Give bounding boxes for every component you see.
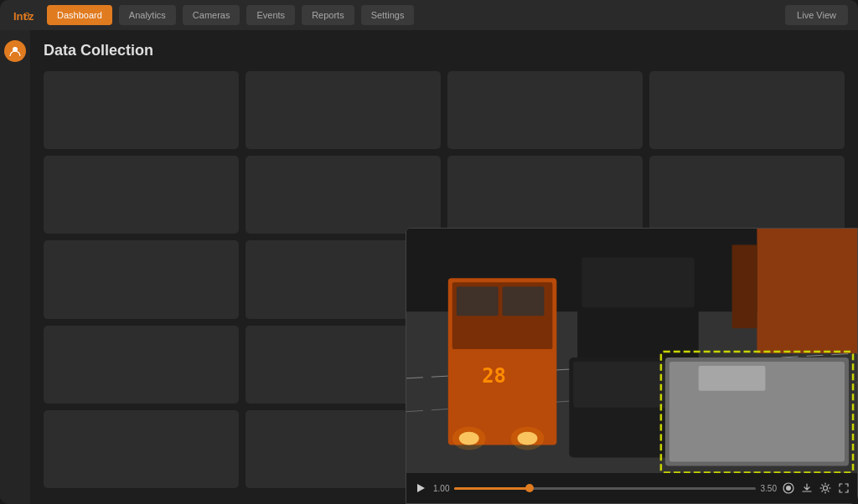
- video-player-overlay: 28: [406, 228, 858, 504]
- svg-rect-18: [503, 286, 545, 316]
- download-button[interactable]: [800, 481, 814, 495]
- svg-point-23: [511, 427, 545, 450]
- nav-tab-dashboard[interactable]: Dashboard: [47, 5, 112, 25]
- svg-point-22: [452, 427, 486, 450]
- svg-text:zi: zi: [28, 10, 34, 23]
- end-time-label: 3.50: [761, 484, 777, 493]
- svg-point-34: [824, 486, 828, 491]
- play-button[interactable]: [413, 481, 428, 496]
- video-frame: 28: [406, 229, 857, 473]
- svg-text:28: 28: [482, 364, 506, 388]
- camera-tile-17[interactable]: [44, 410, 239, 488]
- current-time-label: 1.00: [433, 484, 449, 493]
- svg-rect-25: [581, 257, 695, 307]
- camera-tile-8[interactable]: [649, 156, 845, 234]
- camera-tile-1[interactable]: [44, 71, 239, 149]
- svg-rect-10: [732, 244, 757, 328]
- camera-tile-13[interactable]: [44, 326, 239, 404]
- svg-rect-17: [457, 286, 499, 316]
- svg-rect-30: [699, 366, 766, 391]
- nav-tab-live-view[interactable]: Live View: [785, 5, 848, 25]
- page-title: Data Collection: [44, 42, 845, 59]
- nav-tab-reports[interactable]: Reports: [302, 5, 354, 25]
- camera-tile-2[interactable]: [246, 71, 441, 149]
- camera-tile-7[interactable]: [447, 156, 643, 234]
- play-icon: [417, 484, 425, 492]
- settings-button[interactable]: [819, 481, 832, 495]
- fullscreen-button[interactable]: [837, 481, 850, 495]
- camera-tile-6[interactable]: [246, 156, 441, 234]
- app-container: Int ∂ zi Dashboard Analytics Cameras Eve…: [0, 0, 858, 504]
- sidebar: [0, 30, 30, 504]
- progress-bar[interactable]: [454, 487, 755, 490]
- svg-point-33: [786, 486, 791, 491]
- camera-tile-5[interactable]: [44, 156, 239, 234]
- content-panel: Data Collection: [30, 30, 858, 504]
- navbar: Int ∂ zi Dashboard Analytics Cameras Eve…: [0, 0, 858, 30]
- camera-tile-9[interactable]: [44, 240, 239, 318]
- progress-container: 1.00 3.50: [433, 484, 777, 493]
- svg-rect-9: [757, 229, 857, 353]
- nav-tab-cameras[interactable]: Cameras: [183, 5, 240, 25]
- video-controls-bar: 1.00 3.50: [406, 473, 857, 503]
- main-area: Data Collection: [0, 30, 858, 504]
- app-logo: Int ∂ zi: [10, 3, 34, 27]
- nav-tab-settings[interactable]: Settings: [361, 5, 415, 25]
- progress-thumb[interactable]: [525, 484, 534, 492]
- sidebar-user-icon[interactable]: [4, 40, 26, 62]
- nav-tab-events[interactable]: Events: [246, 5, 295, 25]
- nav-tab-analytics[interactable]: Analytics: [119, 5, 176, 25]
- record-button[interactable]: [782, 481, 795, 495]
- camera-tile-4[interactable]: [649, 71, 845, 149]
- camera-tile-3[interactable]: [447, 71, 643, 149]
- progress-fill: [454, 487, 530, 490]
